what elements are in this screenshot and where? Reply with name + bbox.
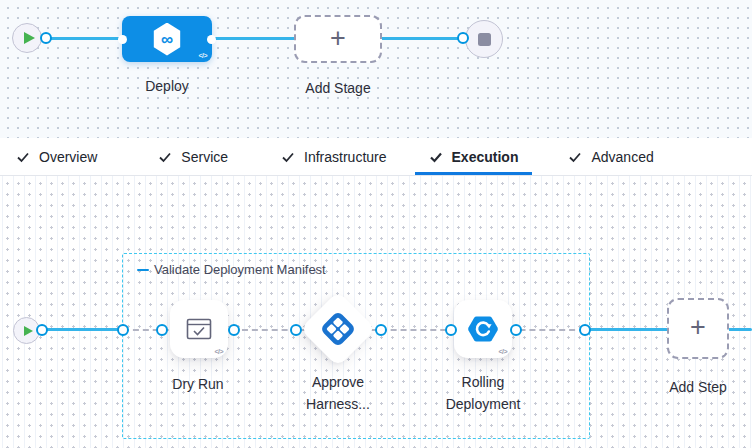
dry-run-icon — [186, 318, 212, 340]
tab-label: Advanced — [591, 149, 653, 165]
connector-port[interactable] — [156, 324, 168, 336]
pipeline-studio: ∞ </> Deploy + Add Stage Overview Servic… — [0, 0, 752, 448]
tab-label: Overview — [39, 149, 97, 165]
tab-label: Execution — [452, 149, 519, 165]
step-connector-line — [40, 328, 123, 331]
check-icon — [281, 150, 295, 164]
add-step-button[interactable]: + — [667, 298, 729, 359]
step-yaml-toggle-icon[interactable]: </> — [498, 348, 507, 355]
add-stage-button[interactable]: + — [294, 15, 382, 63]
stage-node-deploy[interactable]: ∞ </> — [122, 16, 212, 62]
add-step-label: Add Step — [643, 377, 752, 399]
check-icon — [429, 150, 443, 164]
step-node-rolling-deployment[interactable]: </> — [454, 300, 512, 358]
stage-in-port — [118, 35, 127, 44]
step-node-dry-run[interactable]: </> — [170, 300, 228, 358]
stage-config-tabs: Overview Service Infrastructure Executio… — [0, 138, 752, 176]
tab-overview[interactable]: Overview — [2, 138, 111, 175]
collapse-group-icon[interactable] — [137, 269, 149, 271]
connector-port[interactable] — [40, 32, 52, 44]
stop-icon — [478, 33, 491, 46]
connector-port[interactable] — [228, 324, 240, 336]
tab-infrastructure[interactable]: Infrastructure — [267, 138, 400, 175]
connector-port[interactable] — [579, 324, 591, 336]
rolling-deployment-icon — [467, 315, 499, 344]
check-icon — [16, 150, 30, 164]
execution-canvas: Validate Deployment Manifest </> Dry Run — [0, 176, 752, 448]
stage-out-port — [207, 35, 216, 44]
connector-port[interactable] — [375, 324, 387, 336]
check-icon — [158, 150, 172, 164]
connector-port[interactable] — [457, 32, 469, 44]
harness-approval-icon[interactable] — [320, 311, 356, 347]
connector-port[interactable] — [36, 324, 48, 336]
tab-label: Infrastructure — [304, 149, 386, 165]
stage-canvas: ∞ </> Deploy + Add Stage — [0, 0, 752, 138]
pipeline-start-node — [12, 23, 42, 53]
step-group-title: Validate Deployment Manifest — [154, 262, 326, 277]
connector-port[interactable] — [445, 324, 457, 336]
harness-cd-stage-icon: ∞ — [152, 23, 182, 56]
connector-port[interactable] — [117, 324, 129, 336]
step-connector-line — [728, 328, 752, 331]
stage-label: Deploy — [112, 76, 222, 98]
tab-advanced[interactable]: Advanced — [554, 138, 667, 175]
play-icon — [24, 326, 33, 336]
infinity-glyph: ∞ — [161, 31, 173, 48]
connector-port[interactable] — [510, 324, 522, 336]
tab-service[interactable]: Service — [144, 138, 242, 175]
check-icon — [568, 150, 582, 164]
tab-label: Service — [181, 149, 228, 165]
stage-yaml-toggle-icon[interactable]: </> — [198, 52, 207, 59]
play-icon — [24, 32, 35, 44]
tab-execution[interactable]: Execution — [415, 138, 533, 175]
add-stage-label: Add Stage — [283, 78, 393, 100]
step-connector-line — [585, 328, 668, 331]
connector-port[interactable] — [290, 324, 302, 336]
pipeline-end-node — [465, 20, 503, 58]
step-group-header: Validate Deployment Manifest — [137, 262, 326, 277]
plus-icon: + — [330, 25, 346, 52]
plus-icon: + — [690, 314, 706, 341]
step-yaml-toggle-icon[interactable]: </> — [214, 348, 223, 355]
stage-connector-line — [46, 37, 124, 40]
